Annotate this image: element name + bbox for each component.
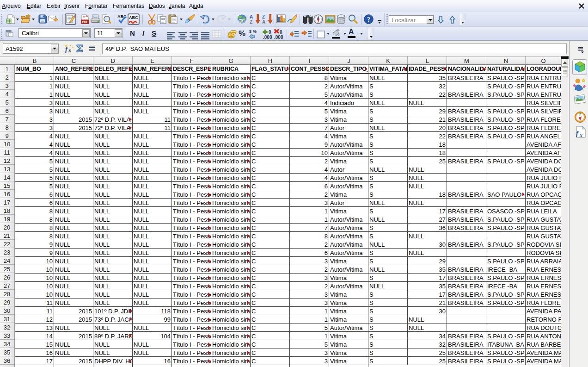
svg-text:%: % [253,29,257,34]
svg-text:.000: .000 [274,35,283,40]
svg-text:Z: Z [262,14,265,19]
svg-text:x: x [68,47,71,53]
svg-text:x: x [579,132,582,138]
svg-text:0: 0 [280,30,282,35]
svg-text:?: ? [367,16,370,23]
svg-text:PDF: PDF [82,20,88,24]
svg-text:0: 0 [269,30,271,35]
svg-text:A: A [262,19,265,25]
svg-text:ABC: ABC [129,15,138,20]
svg-text:A: A [250,14,253,19]
svg-text:$: $ [249,29,251,34]
svg-text:.000: .000 [263,35,272,40]
svg-text:N: N [579,112,581,115]
svg-text:Z: Z [250,19,252,25]
